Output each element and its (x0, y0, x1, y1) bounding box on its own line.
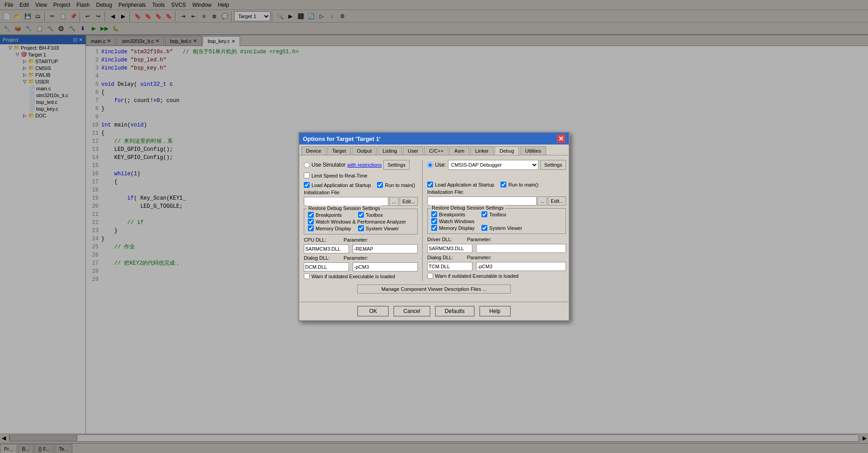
limit-speed-check[interactable] (304, 173, 310, 178)
modal-title-bar: Options for Target 'Target 1' ✕ (299, 133, 569, 145)
toolbox-left-check[interactable] (358, 212, 364, 218)
cancel-btn[interactable]: Cancel (393, 306, 430, 317)
load-app-right-check[interactable] (427, 182, 433, 187)
cpu-param-input[interactable] (353, 244, 418, 253)
run-to-main-left-check[interactable] (377, 182, 383, 188)
dialog-dll-input-right[interactable] (427, 262, 472, 271)
simulator-settings-btn[interactable]: Settings (383, 160, 410, 170)
modal-tab-asm[interactable]: Asm (449, 146, 469, 155)
dialog-param-label-left: Parameter: (344, 255, 381, 261)
dialog-dll-label-right: Dialog DLL: (427, 255, 463, 260)
init-file-left-browse-btn[interactable]: ... (389, 197, 399, 206)
breakpoints-left-text: Breakpoints (316, 212, 356, 218)
manage-component-btn[interactable]: Manage Component Viewer Description File… (357, 285, 511, 294)
spacer (427, 173, 566, 182)
limit-speed-text: Limit Speed to Real-Time (311, 173, 368, 178)
modal-tab-linker[interactable]: Linker (470, 146, 494, 155)
driver-param-label: Parameter: (467, 237, 517, 242)
cpu-dll-row: CPU DLL: Parameter: (304, 237, 418, 243)
debugger-settings-btn[interactable]: Settings (540, 160, 566, 170)
init-file-left-edit-btn[interactable]: Edit... (400, 197, 418, 206)
driver-param-input[interactable] (476, 244, 566, 253)
watch-right-row: Watch Windows (431, 218, 562, 224)
init-file-left-input-row: ... Edit... (304, 197, 418, 206)
load-app-right-text: Load Application at Startup (435, 182, 494, 187)
driver-dll-input-row (427, 244, 566, 253)
limit-speed-row: Limit Speed to Real-Time (304, 173, 418, 178)
restore-legend-right: Restore Debug Session Settings (430, 205, 505, 210)
system-viewer-right-check[interactable] (481, 225, 487, 231)
dialog-dll-label-left: Dialog DLL: (304, 255, 340, 261)
load-app-left-text: Load Application at Startup (311, 182, 371, 188)
use-row: Use: CMSIS-DAP Debugger Settings (427, 160, 566, 170)
restore-section-left: Restore Debug Session Settings Breakpoin… (304, 209, 418, 234)
with-restrictions-link[interactable]: with restrictions (347, 162, 382, 168)
init-file-right-edit-btn[interactable]: Edit... (548, 196, 566, 205)
help-btn[interactable]: Help (479, 306, 511, 317)
use-debugger-radio[interactable] (427, 162, 433, 168)
modal-footer: OK Cancel Defaults Help (299, 302, 569, 320)
watch-left-check[interactable] (308, 219, 314, 224)
modal-tab-listing[interactable]: Listing (377, 146, 402, 155)
modal-tab-output[interactable]: Output (352, 146, 377, 155)
modal-right-col: Use: CMSIS-DAP Debugger Settings Load Ap… (422, 160, 566, 281)
cpu-dll-label: CPU DLL: (304, 237, 340, 243)
warn-left-check[interactable] (304, 273, 310, 279)
debugger-dropdown[interactable]: CMSIS-DAP Debugger (448, 160, 538, 170)
run-to-main-right-check[interactable] (500, 182, 506, 187)
modal-main-row: Use Simulator with restrictions Settings… (304, 160, 564, 281)
driver-dll-label: Driver DLL: (427, 237, 463, 242)
modal-tab-utilities[interactable]: Utilities (520, 146, 546, 155)
use-simulator-text: Use Simulator (311, 162, 345, 168)
dialog-param-input-right[interactable] (476, 262, 566, 271)
modal-tabs: Device Target Output Listing User C/C++ … (299, 145, 569, 155)
dialog-dll-row-right: Dialog DLL: Parameter: (427, 255, 566, 260)
breakpoints-right-check[interactable] (431, 211, 437, 217)
modal-left-col: Use Simulator with restrictions Settings… (304, 160, 418, 281)
system-viewer-left-check[interactable] (358, 225, 364, 231)
toolbox-right-text: Toolbox (489, 212, 506, 217)
memory-right-check[interactable] (431, 225, 437, 231)
dll-section-right: Driver DLL: Parameter: Dialog DLL: Param… (427, 237, 566, 271)
modal-title-text: Options for Target 'Target 1' (303, 135, 381, 142)
use-simulator-label[interactable]: Use Simulator with restrictions Settings (304, 160, 418, 170)
memory-left-check[interactable] (308, 225, 314, 231)
modal-close-btn[interactable]: ✕ (557, 135, 565, 143)
load-app-left-check[interactable] (304, 182, 310, 188)
cpu-param-label: Parameter: (344, 237, 381, 243)
dialog-dll-input-left[interactable] (304, 262, 349, 271)
modal-body: Use Simulator with restrictions Settings… (299, 155, 569, 302)
watch-right-text: Watch Windows (439, 219, 474, 224)
modal-tab-device[interactable]: Device (301, 146, 326, 155)
toolbox-right-check[interactable] (481, 211, 487, 217)
driver-dll-input[interactable] (427, 244, 472, 253)
dialog-param-input-left[interactable] (353, 262, 418, 271)
cpu-dll-input-row (304, 244, 418, 253)
dialog-param-label-right: Parameter: (467, 255, 517, 260)
dialog-dll-row-left: Dialog DLL: Parameter: (304, 255, 418, 261)
modal-tab-cc[interactable]: C/C++ (424, 146, 448, 155)
modal-tab-debug[interactable]: Debug (495, 146, 519, 155)
breakpoints-left-check[interactable] (308, 212, 314, 218)
dll-section-left: CPU DLL: Parameter: Dialog DLL: Paramete… (304, 237, 418, 271)
warn-left-row: Warn if outdated Executable is loaded (304, 273, 418, 279)
init-file-right-label: Initialization File: (427, 189, 464, 195)
init-file-left-input[interactable] (304, 197, 388, 206)
defaults-btn[interactable]: Defaults (435, 306, 475, 317)
modal-tab-target[interactable]: Target (327, 146, 351, 155)
dialog-dll-input-row-right (427, 262, 566, 271)
ok-btn[interactable]: OK (357, 306, 389, 317)
cpu-dll-input[interactable] (304, 244, 349, 253)
warn-right-text: Warn if outdated Executable is loaded (435, 273, 519, 279)
modal-dialog: Options for Target 'Target 1' ✕ Device T… (298, 132, 570, 321)
warn-left-text: Warn if outdated Executable is loaded (311, 274, 395, 279)
init-file-right-input-row: ... Edit... (427, 196, 566, 205)
init-file-right-input[interactable] (427, 196, 537, 205)
memory-right-row: Memory Display System Viewer (431, 225, 562, 231)
init-file-right-browse-btn[interactable]: ... (538, 196, 547, 205)
load-app-left-row: Load Application at Startup Run to main(… (304, 182, 418, 188)
warn-right-check[interactable] (427, 273, 433, 279)
watch-right-check[interactable] (431, 218, 437, 224)
modal-tab-user[interactable]: User (403, 146, 423, 155)
use-simulator-radio[interactable] (304, 162, 310, 168)
